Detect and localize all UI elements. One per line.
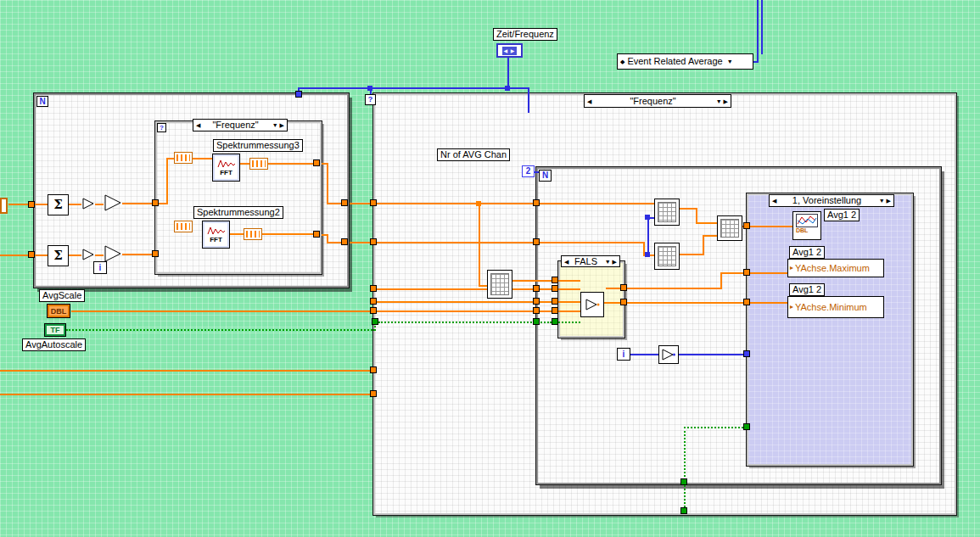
magnitude-icon[interactable] [244, 228, 262, 240]
case-selector-left[interactable]: ◀ "Frequenz" ▼ ▶ [193, 119, 288, 131]
magnitude-icon[interactable] [249, 158, 268, 170]
orange-wire [0, 370, 373, 372]
blue-wire [298, 87, 529, 89]
zeit-frequenz-enum-terminal[interactable]: ◀ ▶ [496, 43, 523, 58]
tunnel [533, 199, 540, 206]
tunnel [533, 307, 540, 314]
select-icon[interactable] [580, 292, 604, 317]
tunnel [370, 307, 377, 314]
fft-spectrum-icon[interactable]: FFT [202, 221, 230, 249]
loop-count-terminal[interactable]: N [539, 170, 552, 182]
green-wire [558, 322, 580, 323]
wire-junction [476, 201, 481, 206]
next-case-icon[interactable]: ▶ [280, 122, 284, 128]
build-array-icon[interactable] [654, 243, 680, 270]
tunnel [552, 318, 558, 325]
case-dropdown-icon[interactable]: ▼ [879, 198, 885, 204]
waveform-graph-terminal[interactable]: DBL [792, 211, 821, 240]
label-avg12: Avg1 2 [789, 246, 825, 259]
case-selector-voreinstellung[interactable]: ◀ 1, Voreinstellung ▼ ▶ [769, 194, 894, 207]
tunnel [341, 238, 348, 245]
sum-function-icon[interactable]: Σ [48, 194, 69, 215]
increment-icon[interactable] [658, 345, 679, 364]
tunnel [533, 298, 540, 305]
orange-wire [262, 233, 316, 235]
orange-wire [680, 254, 703, 255]
tunnel [552, 307, 558, 314]
tf-boolean-constant[interactable]: TF [44, 323, 66, 337]
count-constant[interactable]: 2 [522, 165, 535, 177]
orange-wire [606, 288, 621, 289]
dbl-numeric-constant[interactable]: DBL [47, 304, 70, 318]
orange-wire [230, 233, 244, 235]
case-selector-terminal: ? [365, 94, 376, 105]
wire-junction [645, 252, 650, 257]
tunnel [533, 238, 540, 245]
index-array-icon[interactable] [487, 270, 512, 299]
array-subset-icon[interactable] [174, 221, 193, 232]
array-subset-icon[interactable] [174, 152, 193, 164]
next-case-icon[interactable]: ▶ [724, 98, 728, 104]
ring-caret-icon: ▼ [727, 59, 733, 64]
tunnel [620, 284, 627, 291]
orange-wire [703, 235, 704, 255]
blue-wire [630, 354, 658, 355]
property-node-yachse-maximum[interactable]: ▸ YAchse.Maximum [787, 259, 884, 277]
tunnel [28, 201, 35, 208]
tunnel [370, 285, 377, 292]
next-case-icon[interactable]: ▶ [887, 198, 891, 204]
orange-wire [95, 255, 104, 256]
bundle-icon[interactable] [717, 215, 742, 241]
orange-wire [350, 242, 372, 243]
tunnel [370, 390, 377, 397]
loop-count-terminal[interactable]: N [36, 96, 48, 107]
tunnel [743, 299, 750, 305]
orange-wire [166, 158, 168, 204]
case-selector-right[interactable]: ◀ "Frequenz" ▼ ▶ [584, 94, 731, 108]
build-array-icon[interactable] [654, 199, 680, 226]
case-selector-terminal: ? [157, 123, 166, 132]
tunnel [370, 298, 377, 305]
blue-wire [528, 87, 529, 113]
orange-wire [159, 203, 166, 204]
tunnel [552, 298, 558, 305]
loop-iteration-terminal[interactable]: i [93, 261, 107, 274]
case-dropdown-icon[interactable]: ▼ [272, 122, 278, 128]
divide-function-icon[interactable] [81, 197, 95, 214]
case-dropdown-icon[interactable]: ▼ [716, 98, 722, 104]
orange-wire [240, 163, 249, 165]
tunnel [295, 91, 302, 98]
label-avgscale: AvgScale [39, 289, 85, 302]
property-label: YAchse.Maximum [795, 264, 870, 273]
green-wire [684, 427, 743, 428]
sum-function-icon[interactable]: Σ [48, 245, 69, 266]
multiply-function-icon[interactable] [104, 193, 122, 215]
green-wire [684, 427, 686, 511]
fft-label: FFT [220, 170, 232, 176]
orange-wire [703, 235, 717, 237]
wire-junction [367, 86, 372, 91]
event-related-average-ring[interactable]: ◆ Event Related Average ▼ [617, 53, 753, 70]
next-case-icon[interactable]: ▶ [613, 259, 617, 265]
loop-iteration-terminal[interactable]: i [617, 348, 630, 361]
fft-spectrum-icon[interactable]: FFT [212, 154, 240, 182]
orange-wire [720, 272, 722, 289]
ring-label: Event Related Average [627, 57, 722, 66]
case-dropdown-icon[interactable]: ▼ [605, 259, 611, 265]
orange-wire [327, 163, 328, 204]
orange-wire [122, 203, 155, 204]
case-name: "Frequenz" [591, 96, 714, 107]
waveform-glyph [217, 159, 236, 169]
case-name: FALS [568, 256, 602, 267]
orange-wire [377, 203, 654, 204]
property-node-yachse-minimum[interactable]: ▸ YAchse.Minimum [787, 296, 884, 318]
case-name: 1, Voreinstellung [776, 195, 876, 206]
enum-selector-icon: ◀ ▶ [502, 47, 518, 55]
wire-junction [645, 215, 650, 220]
orange-wire [558, 288, 580, 290]
case-selector-fals[interactable]: ◀ FALS ▼ ▶ [561, 255, 620, 267]
green-wire [66, 329, 375, 331]
tunnel [370, 366, 377, 373]
label-zeit-frequenz: Zeit/Frequenz [493, 28, 557, 41]
blue-wire [647, 217, 649, 256]
